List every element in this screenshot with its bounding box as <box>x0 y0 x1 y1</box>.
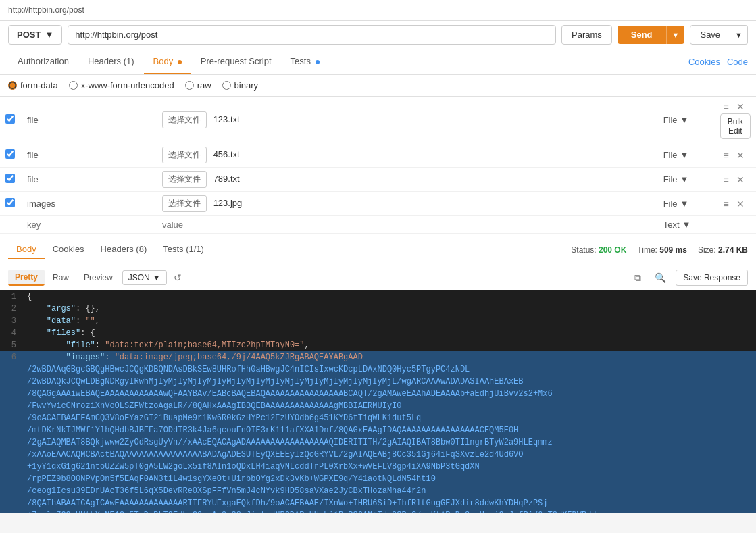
code-link[interactable]: Code <box>727 57 748 67</box>
row2-key: file <box>27 150 39 160</box>
resp-tab-cookies[interactable]: Cookies <box>45 240 93 259</box>
tab-headers[interactable]: Headers (1) <box>78 49 144 74</box>
code-toolbar: Pretty Raw Preview JSON ▼ ↺ ⧉ 🔍 Save Res… <box>0 265 756 290</box>
code-line-7: /2wBDAAqGBgcGBQgHBwcJCQgKDBQNDAsDBkSEw8U… <box>0 363 756 376</box>
row2-filename: 456.txt <box>213 149 240 159</box>
code-line-15: +1yY1qxG1g621ntoUZZW5pT0gA5LW2goLx5if8AI… <box>0 461 756 473</box>
fmt-tab-raw[interactable]: Raw <box>46 270 76 285</box>
save-button[interactable]: Save <box>690 25 730 45</box>
new-row-type-selector[interactable]: Text ▼ <box>663 220 707 230</box>
code-line-10: /FwvYwicCNroziXnVoOLSZFWtzoAgaLR//8QAHxA… <box>0 400 756 412</box>
radio-x-www-input[interactable] <box>69 81 78 90</box>
row1-checkbox[interactable] <box>5 114 15 124</box>
send-button-group: Send ▼ <box>618 26 685 44</box>
fmt-tab-pretty[interactable]: Pretty <box>8 270 45 286</box>
method-selector[interactable]: POST ▼ <box>8 25 62 45</box>
copy-button[interactable]: ⧉ <box>630 270 645 286</box>
row3-menu-btn[interactable]: ≡ <box>720 173 731 186</box>
row2-delete-btn[interactable]: ✕ <box>734 149 747 162</box>
status-label: Status: 200 OK <box>571 245 626 255</box>
row1-delete-btn[interactable]: ✕ <box>734 100 747 113</box>
radio-binary-label: binary <box>234 80 258 91</box>
save-response-button[interactable]: Save Response <box>676 270 748 286</box>
time-value: 509 ms <box>659 245 687 255</box>
body-dot-icon <box>178 60 182 64</box>
row1-type-selector[interactable]: File ▼ <box>663 115 707 125</box>
tab-tests[interactable]: Tests <box>281 49 329 74</box>
row3-filename: 789.txt <box>213 174 240 184</box>
save-dropdown-button[interactable]: ▼ <box>730 25 748 45</box>
method-label: POST <box>17 30 41 40</box>
row4-filename: 123.jpg <box>213 198 243 208</box>
row3-key: file <box>27 174 39 184</box>
code-line-3: 3 "data": "", <box>0 315 756 327</box>
code-line-4: 4 "files": { <box>0 327 756 339</box>
row4-type-selector[interactable]: File ▼ <box>663 199 707 209</box>
row3-checkbox[interactable] <box>5 174 15 183</box>
radio-x-www[interactable]: x-www-form-urlencoded <box>69 80 174 91</box>
radio-form-data-input[interactable] <box>8 81 17 90</box>
row2-menu-btn[interactable]: ≡ <box>720 149 731 162</box>
url-display: http://httpbin.org/post <box>0 0 756 21</box>
tabs-right-links: Cookies Code <box>688 57 748 67</box>
bulk-edit-button[interactable]: Bulk Edit <box>720 113 751 139</box>
cookies-link[interactable]: Cookies <box>688 57 720 67</box>
resp-tab-headers[interactable]: Headers (8) <box>93 240 155 259</box>
code-line-1: 1 { <box>0 290 756 303</box>
row3-type-label: File <box>663 174 678 184</box>
new-row-type-label: Text <box>663 220 680 230</box>
code-tools: ⧉ 🔍 Save Response <box>630 270 748 286</box>
new-row-key-input[interactable] <box>27 220 151 230</box>
row3-delete-btn[interactable]: ✕ <box>734 173 747 186</box>
wrap-lines-button[interactable]: ↺ <box>170 270 186 285</box>
send-dropdown-button[interactable]: ▼ <box>666 26 685 44</box>
tab-pre-request-script[interactable]: Pre-request Script <box>191 49 281 74</box>
size-label: Size: 2.74 KB <box>698 245 748 255</box>
radio-binary-input[interactable] <box>222 81 231 90</box>
row1-key: file <box>27 115 39 125</box>
row3-type-selector[interactable]: File ▼ <box>663 174 707 184</box>
row1-type-label: File <box>663 115 678 125</box>
row4-type-label: File <box>663 199 678 209</box>
table-row: images 选择文件 123.jpg File ▼ ≡ ✕ <box>0 192 756 216</box>
row4-delete-btn[interactable]: ✕ <box>734 197 747 211</box>
new-row-value-input[interactable] <box>162 220 365 230</box>
body-type-options: form-data x-www-form-urlencoded raw bina… <box>0 75 756 97</box>
json-selector-label: JSON <box>128 273 150 282</box>
radio-form-data[interactable]: form-data <box>8 80 58 91</box>
radio-x-www-label: x-www-form-urlencoded <box>81 80 174 91</box>
tab-authorization[interactable]: Authorization <box>8 49 78 74</box>
row1-choose-btn[interactable]: 选择文件 <box>162 111 207 128</box>
radio-raw-input[interactable] <box>185 81 194 90</box>
table-row: file 选择文件 456.txt File ▼ ≡ ✕ <box>0 143 756 168</box>
row4-choose-btn[interactable]: 选择文件 <box>162 195 207 212</box>
row2-choose-btn[interactable]: 选择文件 <box>162 147 207 163</box>
resp-tab-tests[interactable]: Tests (1/1) <box>155 240 212 259</box>
code-line-11: /9oACAEBAAEFAmCQ3V8oFYazGI21BuapMe9r1Kw6… <box>0 412 756 424</box>
row1-menu-btn[interactable]: ≡ <box>720 100 731 113</box>
row4-checkbox[interactable] <box>5 198 15 207</box>
form-data-table: file 选择文件 123.txt File ▼ ≡ ✕ Bulk Edit <box>0 97 756 234</box>
fmt-tab-preview[interactable]: Preview <box>77 270 120 285</box>
code-area[interactable]: 1 { 2 "args": {}, 3 "data": "", 4 "files… <box>0 290 756 513</box>
row2-checkbox[interactable] <box>5 149 15 159</box>
new-row-type-chevron-icon: ▼ <box>682 220 691 230</box>
send-button[interactable]: Send <box>618 26 666 44</box>
response-bar: Body Cookies Headers (8) Tests (1/1) Sta… <box>0 234 756 265</box>
tab-body[interactable]: Body <box>144 49 191 74</box>
radio-raw[interactable]: raw <box>185 80 211 91</box>
status-value: 200 OK <box>599 245 626 255</box>
radio-binary[interactable]: binary <box>222 80 258 91</box>
params-button[interactable]: Params <box>561 25 612 45</box>
resp-tab-body[interactable]: Body <box>8 240 45 259</box>
row2-type-selector[interactable]: File ▼ <box>663 150 707 160</box>
row4-menu-btn[interactable]: ≡ <box>720 197 731 211</box>
url-input[interactable] <box>68 25 556 45</box>
json-format-selector[interactable]: JSON ▼ <box>122 270 167 285</box>
row3-choose-btn[interactable]: 选择文件 <box>162 171 207 188</box>
row4-key: images <box>27 199 55 209</box>
search-button[interactable]: 🔍 <box>651 270 670 285</box>
radio-raw-label: raw <box>197 80 211 91</box>
table-row: file 选择文件 123.txt File ▼ ≡ ✕ Bulk Edit <box>0 97 756 143</box>
save-button-group: Save ▼ <box>690 25 748 45</box>
